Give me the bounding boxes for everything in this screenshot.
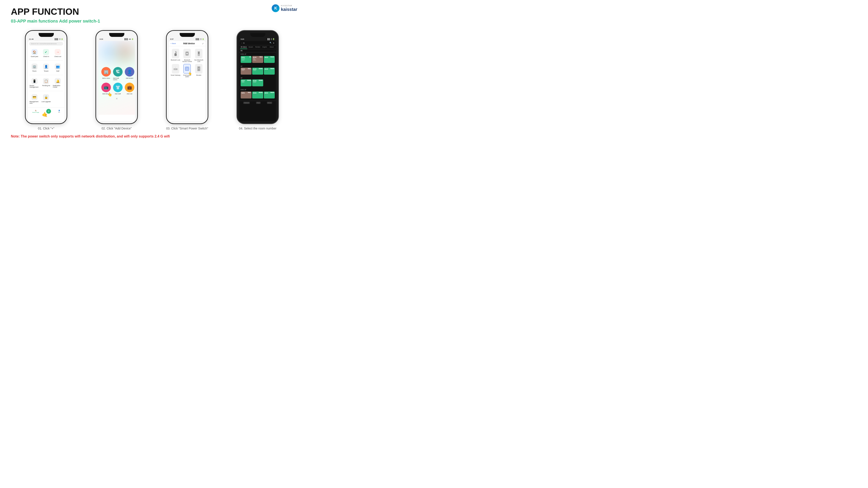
bluetooth-access-icon xyxy=(183,49,191,58)
nav-me[interactable]: 👤 Me xyxy=(58,110,60,113)
staff-icon: 👥 xyxy=(55,64,61,70)
phone-4-back[interactable]: ← B· xyxy=(241,42,245,44)
add-room-btn[interactable]: 🏢 Add a room xyxy=(101,67,111,80)
phone-2-screen: 🏢 Add a room 🏗 Add bulk rooms 👤 Add tena… xyxy=(98,41,135,121)
expand-icon[interactable]: ⤢ xyxy=(202,42,204,45)
back-btn[interactable]: < Back xyxy=(170,42,176,44)
add-tenant-btn[interactable]: 👤 Add tenant xyxy=(125,67,134,80)
room-b201[interactable]: Exp... B201 xyxy=(241,92,251,98)
add-role-label: Add role xyxy=(127,93,132,95)
subtitle-highlight: Add power switch-1 xyxy=(59,19,100,24)
room-b102-id: B102 xyxy=(253,57,256,58)
bluetooth-access-item[interactable]: Bluetooth Access Control xyxy=(182,49,192,62)
non-bluetooth-label: Non-Bluetooth Lock xyxy=(194,59,204,62)
add-staff-btn[interactable]: 👕 Add staff xyxy=(113,83,123,95)
list-item[interactable]: 👤 Tenant xyxy=(41,62,52,73)
card-icon: 💳 xyxy=(31,94,37,100)
room-b103[interactable]: Rented B103 xyxy=(264,56,275,63)
list-item[interactable]: 💳 Management card xyxy=(29,93,40,105)
tab-all-status[interactable]: All status xyxy=(240,45,247,49)
phone-4-shell: 9:23 ▌▌ ⬡ 🔋 ← B· 🔍 + All status Vacant R… xyxy=(237,30,279,124)
list-item[interactable]: ✔ Check in xyxy=(41,48,52,59)
tab-vacant[interactable]: Vacant xyxy=(247,45,254,49)
notification-icon: 🔔 xyxy=(55,78,61,84)
room-b101[interactable]: 1F B101 Rented 100% ↑ xyxy=(241,56,251,63)
nav-home-label: Home Page xyxy=(32,112,39,113)
nav-floor[interactable]: Floor xyxy=(256,102,261,104)
list-item[interactable]: 🏠 Guest pwd xyxy=(29,48,40,59)
phone-4-search-icon[interactable]: 🔍 xyxy=(270,42,272,44)
phone-2-time: 8:33 xyxy=(100,38,103,40)
smart-power-item[interactable]: 👆 Smart power switch xyxy=(182,64,192,77)
elevator-item[interactable]: Elevator xyxy=(194,64,204,77)
room-b105-tag: Rented xyxy=(258,68,262,69)
room-b107[interactable]: Rented B107 100% ↑ xyxy=(241,79,251,86)
bluetooth-access-label: Bluetooth Access Control xyxy=(182,59,192,62)
step-3-label: 03. Click "Smart Power Switch" xyxy=(166,127,208,130)
phone-1-col: 21:48 ▌▌▌ ⬡ 🔋 Search for rooms/tenants/d… xyxy=(15,30,77,130)
subtitle-prefix: 03-APP main functions xyxy=(11,19,59,24)
phone-1-notch xyxy=(39,33,54,37)
phone-1-screen: Search for rooms/tenants/devices 🏠 Guest… xyxy=(28,41,64,121)
phone-3-statusbar: 9:57 ▌▌▌ ⬡ 🔋 xyxy=(169,38,206,41)
floor-5f-group: 5F Rented B107 100% ↑ Rented B108 100% ↑ xyxy=(239,76,276,88)
room-b104-tag: Exp... xyxy=(248,68,251,69)
phone-1-statusbar: 21:48 ▌▌▌ ⬡ 🔋 xyxy=(28,38,64,41)
list-item[interactable]: 🔒 Lock upgrade xyxy=(41,93,52,105)
room-b107-id: B107 xyxy=(242,80,245,82)
tenant-label: Tenant xyxy=(44,70,49,72)
phone-4-add-icon[interactable]: + xyxy=(273,42,274,44)
logo: K KAISSTAR kaisstar xyxy=(272,4,297,12)
room-b203[interactable]: Rented B203 xyxy=(264,92,275,98)
smart-gateway-item[interactable]: Smart Gateway xyxy=(170,64,181,77)
floor-1f-more[interactable]: ··· xyxy=(274,54,275,55)
phone-1-grid-2: 🏢 Room 👤 Tenant 👥 Staff xyxy=(28,61,64,74)
tab-expire[interactable]: Expire xyxy=(261,45,268,49)
list-item[interactable]: 📋 Pending list xyxy=(41,77,52,89)
step-4-label: 04. Select the room number xyxy=(239,127,276,130)
bluetooth-lock-label: Bluetooth Lock xyxy=(171,59,180,61)
list-item[interactable]: 👥 Staff xyxy=(52,62,63,73)
add-role-btn[interactable]: 💼 Add role xyxy=(125,83,134,95)
building-label: B1 xyxy=(241,50,243,52)
floor-1f-header: B-B1-1F ··· xyxy=(241,53,275,56)
tab-rented[interactable]: Rented xyxy=(254,45,261,49)
phone-3-header: < Back Add device ⤢ xyxy=(169,41,206,46)
phone-4-statusbar: 9:23 ▌▌ ⬡ 🔋 xyxy=(239,38,276,41)
add-device-btn[interactable]: 📺 Add device 👆 xyxy=(101,83,111,95)
room-b107-tag: Rented xyxy=(247,80,251,81)
floor-b1-2f-group: B-B1-2F ··· Exp... B201 Rented B202 xyxy=(239,88,276,100)
hand-cursor-3: 👆 xyxy=(188,72,192,75)
phone-4-header: ← B· 🔍 + xyxy=(239,41,276,45)
checkout-label: Check out xyxy=(54,56,61,57)
list-item[interactable]: 📱 Device management xyxy=(29,77,40,89)
phone-1-signal: ▌▌▌ ⬡ 🔋 xyxy=(55,38,63,40)
non-bluetooth-item[interactable]: Non-Bluetooth Lock xyxy=(194,49,204,62)
phone-4-tabs: All status Vacant Rented Expire About xyxy=(239,45,276,49)
room-b102[interactable]: Exp... B102 Exp... 100% ↑ xyxy=(252,56,263,63)
list-item[interactable]: 🔔 Notification Center xyxy=(52,77,63,89)
add-bulk-btn[interactable]: 🏗 Add bulk rooms xyxy=(113,67,123,80)
floor-b1-2f-more[interactable]: ··· xyxy=(274,89,275,91)
tab-about[interactable]: About xyxy=(268,45,275,49)
room-b106-tag: Rented xyxy=(270,68,274,69)
close-btn[interactable]: ✕ xyxy=(100,97,133,100)
room-b104[interactable]: Exp... B104 100% ↑ xyxy=(241,68,251,75)
bluetooth-lock-item[interactable]: Bluetooth Lock xyxy=(170,49,181,62)
checkin-icon: ✔ xyxy=(43,49,49,55)
floor-1f-label: B-B1-1F xyxy=(241,53,246,55)
phone-1-grid-3: 📱 Device management 📋 Pending list 🔔 Not… xyxy=(28,75,64,91)
phone-1-search[interactable]: Search for rooms/tenants/devices xyxy=(29,42,63,45)
room-b108[interactable]: Rented B108 100% ↑ xyxy=(252,79,263,86)
nav-room[interactable]: Room xyxy=(267,102,272,104)
room-b108-tag: Rented xyxy=(258,80,262,81)
hand-cursor-1: 🤙 xyxy=(42,112,48,117)
list-item[interactable]: → Check out xyxy=(52,48,63,59)
building-expand[interactable]: ⌄ xyxy=(273,50,275,52)
nav-network[interactable]: Network xyxy=(243,102,250,104)
room-b105[interactable]: Rented B105 100% ↑ xyxy=(252,68,263,75)
room-b106[interactable]: Rented B106 xyxy=(264,68,275,75)
list-item[interactable]: 🏢 Room xyxy=(29,62,40,73)
nav-home[interactable]: 🏠 Home Page xyxy=(32,110,39,113)
room-b202[interactable]: Rented B202 xyxy=(252,92,263,98)
